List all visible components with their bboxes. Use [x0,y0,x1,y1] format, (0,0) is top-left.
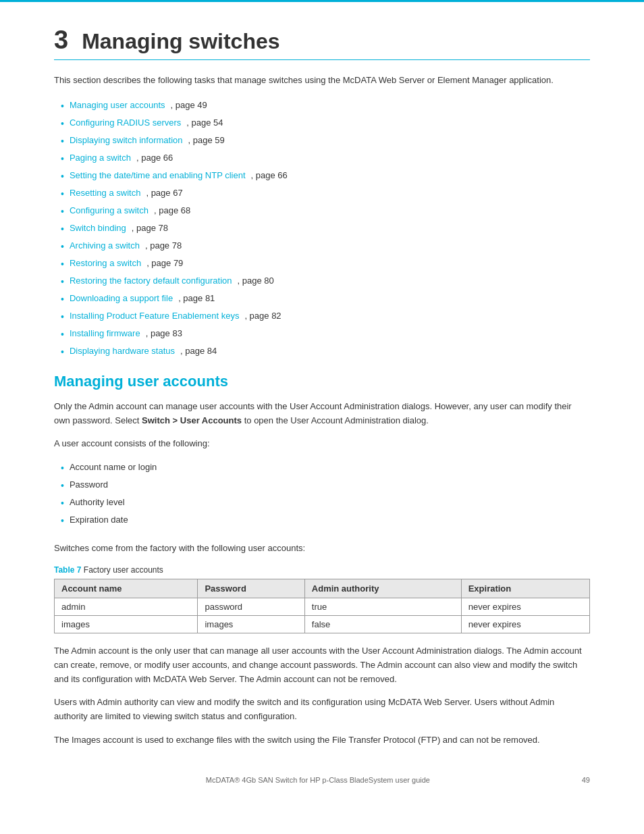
cell-expiration: never expires [461,598,589,615]
toc-link[interactable]: Displaying switch information [70,134,183,147]
cell-password: password [198,598,304,615]
list-item: Installing Product Feature Enablement ke… [61,309,590,324]
toc-link[interactable]: Restoring the factory default configurat… [70,274,232,288]
body-text-3: The Images account is used to exchange f… [54,733,590,748]
list-item: Downloading a support file, page 81 [61,292,590,307]
cell-expiration: never expires [461,615,589,633]
chapter-header: 3 Managing switches [54,27,590,60]
chapter-title: Managing switches [82,29,279,54]
toc-link[interactable]: Resetting a switch [70,186,141,200]
cell-password: images [198,615,304,633]
footer: McDATA® 4Gb SAN Switch for HP p-Class Bl… [0,776,644,784]
list-item: Displaying switch information, page 59 [61,134,590,149]
col-header-admin-authority: Admin authority [304,579,461,598]
list-item: Managing user accounts, page 49 [61,99,590,113]
toc-link[interactable]: Archiving a switch [70,239,140,253]
toc-link[interactable]: Restoring a switch [70,257,141,270]
list-item: Configuring RADIUS servers, page 54 [61,116,590,131]
toc-link[interactable]: Paging a switch [70,151,131,165]
toc-link[interactable]: Installing Product Feature Enablement ke… [70,309,239,323]
factory-accounts-table: Account name Password Admin authority Ex… [54,579,590,633]
col-header-account-name: Account name [55,579,198,598]
list-item: Account name or login [61,461,590,475]
list-item: Password [61,478,590,493]
intro-text: This section describes the following tas… [54,74,590,88]
footer-page-number: 49 [582,776,590,784]
table-label: Table 7 [54,565,81,575]
cell-authority: true [304,598,461,615]
list-item: Switch binding, page 78 [61,221,590,236]
toc-link[interactable]: Downloading a support file [70,292,173,305]
list-item: Setting the date/time and enabling NTP c… [61,169,590,184]
body-text-2: Users with Admin authority can view and … [54,696,590,724]
chapter-number: 3 [54,27,68,53]
cell-account-name: admin [55,598,198,615]
footer-text: McDATA® 4Gb SAN Switch for HP p-Class Bl… [54,776,582,784]
toc-link[interactable]: Installing firmware [70,327,140,340]
toc-link[interactable]: Displaying hardware status [70,344,175,358]
table-caption: Table 7 Factory user accounts [54,565,590,575]
list-item: Installing firmware, page 83 [61,327,590,342]
section-intro-para1: Only the Admin account can manage user a… [54,400,590,428]
table-header-row: Account name Password Admin authority Ex… [55,579,590,598]
toc-list: Managing user accounts, page 49 Configur… [54,99,590,359]
list-item: Resetting a switch, page 67 [61,186,590,201]
toc-link[interactable]: Configuring RADIUS servers [70,116,181,130]
list-item: Restoring a switch, page 79 [61,257,590,271]
toc-link[interactable]: Configuring a switch [70,204,149,217]
toc-link[interactable]: Setting the date/time and enabling NTP c… [70,169,246,182]
list-item: Paging a switch, page 66 [61,151,590,166]
list-item: Archiving a switch, page 78 [61,239,590,254]
cell-authority: false [304,615,461,633]
list-item: Restoring the factory default configurat… [61,274,590,289]
list-item: Authority level [61,496,590,511]
table-row: images images false never expires [55,615,590,633]
section-heading: Managing user accounts [54,373,590,390]
top-border [0,0,644,2]
toc-link[interactable]: Managing user accounts [70,99,165,112]
table-caption-text: Factory user accounts [81,565,163,575]
list-item: Displaying hardware status, page 84 [61,344,590,359]
account-items-list: Account name or login Password Authority… [54,461,590,528]
list-item: Expiration date [61,513,590,528]
table-intro-text: Switches come from the factory with the … [54,542,590,556]
col-header-password: Password [198,579,304,598]
col-header-expiration: Expiration [461,579,589,598]
body-text-1: The Admin account is the only user that … [54,644,590,686]
toc-link[interactable]: Switch binding [70,221,126,235]
table-row: admin password true never expires [55,598,590,615]
cell-account-name: images [55,615,198,633]
list-item: Configuring a switch, page 68 [61,204,590,219]
section-intro-para2: A user account consists of the following… [54,437,590,451]
